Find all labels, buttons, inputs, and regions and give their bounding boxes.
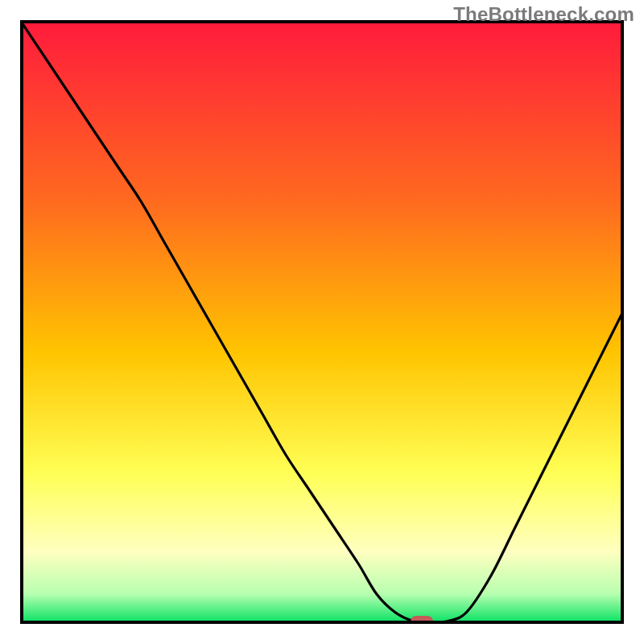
plot-area bbox=[20, 20, 624, 624]
watermark-text: TheBottleneck.com bbox=[453, 3, 634, 26]
bottleneck-curve bbox=[20, 20, 624, 624]
optimal-point-marker bbox=[411, 616, 433, 624]
